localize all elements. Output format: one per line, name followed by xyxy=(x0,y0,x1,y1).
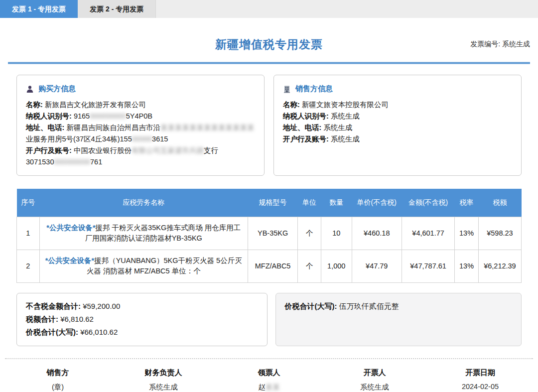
seller-section-title: 销售方信息 xyxy=(295,84,333,94)
footer-issuer-value: 系统生成 xyxy=(322,383,427,392)
buyer-info-box: 购买方信息 名称: 新旅昌吉文化旅游开发有限公司 纳税人识别号: 9165000… xyxy=(16,75,265,176)
buyer-phone-redacted: 00000 xyxy=(132,135,152,143)
buyer-bank-pre: 中国农业银行股份 xyxy=(74,146,132,154)
seller-address-label: 地址、电话: xyxy=(283,124,321,131)
seller-section-header: 销售方信息 xyxy=(283,84,512,94)
col-header-seq: 序号 xyxy=(17,189,40,217)
seller-taxid-value: 系统生成 xyxy=(331,112,360,120)
seller-taxid-field: 纳税人识别号: 系统生成 xyxy=(283,111,512,122)
total-excl-tax-line: 不含税金额合计: ¥59,200.00 xyxy=(26,300,258,313)
buyer-address-label: 地址、电话: xyxy=(26,124,64,131)
seller-address-value: 系统生成 xyxy=(323,124,352,131)
col-header-tax-rate: 税率 xyxy=(455,189,479,217)
seller-taxid-label: 纳税人识别号: xyxy=(283,112,329,120)
totals-box: 不含税金额合计: ¥59,200.00 税额合计: ¥6,810.62 价税合计… xyxy=(16,293,268,346)
buyer-taxid-post: 5Y4P0B xyxy=(126,112,152,120)
buyer-account-redacted: 000000000 xyxy=(54,158,90,166)
tab-invoice-2[interactable]: 发票 2 - 专用发票 xyxy=(78,0,156,18)
row1-qty: 10 xyxy=(321,217,352,250)
invoice-title: 新疆增值税专用发票 xyxy=(215,37,323,52)
footer-finance-value: 系统生成 xyxy=(111,383,216,392)
row1-seq: 1 xyxy=(17,217,40,250)
row2-qty: 1,000 xyxy=(321,250,352,282)
buyer-bank-post: 761 xyxy=(90,158,102,166)
col-header-item-name: 应税劳务名称 xyxy=(39,189,248,217)
row1-spec: YB-35KG xyxy=(248,217,297,250)
buyer-address-pre: 新疆昌吉间族自治州昌吉市沿 xyxy=(66,124,160,131)
buyer-taxid-redacted: 000000000 xyxy=(90,112,126,120)
footer-finance-label: 财务负责人 xyxy=(111,368,216,378)
col-header-spec: 规格型号 xyxy=(248,189,297,217)
buyer-name-field: 名称: 新旅昌吉文化旅游开发有限公司 xyxy=(26,99,255,111)
buyer-address-mid: 业服务用房5号(37区4丘34栋)155 xyxy=(26,135,132,143)
buyer-name-label: 名称: xyxy=(26,101,43,109)
buyer-address-redacted: 某某某某某某某某某某某某某 xyxy=(160,124,255,131)
amount-in-words-label: 价税合计(大写): xyxy=(285,302,337,310)
footer-receiver-redacted: 某某 xyxy=(266,383,280,391)
document-header: 新疆增值税专用发票 发票编号: 系统生成 xyxy=(8,33,530,56)
footer-issuer-col: 开票人 系统生成 xyxy=(322,368,427,392)
col-header-unit: 单位 xyxy=(298,189,321,217)
buyer-bank-field: 开户行及账号: 中国农业银行股份有限公司五家渠市兵团支行 30715300000… xyxy=(26,145,255,168)
buyer-section-title: 购买方信息 xyxy=(38,84,76,94)
footer-finance-col: 财务负责人 系统生成 xyxy=(111,368,216,392)
row1-tax: ¥598.23 xyxy=(478,217,521,250)
row2-spec: MFZ/ABC5 xyxy=(248,250,297,282)
total-tax-label: 税额合计: xyxy=(26,315,58,323)
buyer-taxid-field: 纳税人识别号: 91650000000005Y4P0B xyxy=(26,111,255,122)
seller-info-box: 销售方信息 名称: 新疆文旅资本控股有限公司 纳税人识别号: 系统生成 地址、电… xyxy=(273,75,522,176)
buyer-taxid-pre: 9165 xyxy=(74,112,90,120)
signature-footer: 销售方 (章) 财务负责人 系统生成 领票人 赵某某 开票人 系统生成 开票日期… xyxy=(5,358,533,392)
col-header-unit-price: 单价(不含税) xyxy=(352,189,402,217)
row2-seq: 2 xyxy=(17,250,40,282)
row2-item-category: *公共安全设备* xyxy=(45,257,94,264)
seller-building-icon xyxy=(283,85,291,93)
party-info-row: 购买方信息 名称: 新旅昌吉文化旅游开发有限公司 纳税人识别号: 9165000… xyxy=(16,75,522,176)
invoice-number: 发票编号: 系统生成 xyxy=(470,40,530,49)
total-excl-tax-value: ¥59,200.00 xyxy=(83,302,120,310)
row1-unit: 个 xyxy=(298,217,321,250)
row2-item-desc: 援邦（YUANBANG）5KG干粉灭火器 5公斤灭火器 消防器材 MFZ/ABC… xyxy=(87,257,242,275)
total-excl-tax-label: 不含税金额合计: xyxy=(26,302,81,310)
col-header-amount: 金额(不含税) xyxy=(402,189,454,217)
row1-item-category: *公共安全设备* xyxy=(46,224,95,232)
col-header-qty: 数量 xyxy=(321,189,352,217)
row1-item-name: *公共安全设备*援邦 干粉灭火器35KG推车式商场 用仓库用工厂用国家消防认证消… xyxy=(39,217,248,250)
buyer-address-post: 3615 xyxy=(152,135,168,143)
seller-name-value: 新疆文旅资本控股有限公司 xyxy=(302,101,389,109)
buyer-address-field: 地址、电话: 新疆昌吉间族自治州昌吉市沿某某某某某某某某某某某某某业服务用房5号… xyxy=(26,122,255,145)
seller-bank-label: 开户行及账号: xyxy=(283,135,329,143)
buyer-section-header: 购买方信息 xyxy=(26,84,255,94)
footer-receiver-col: 领票人 赵某某 xyxy=(216,368,322,392)
buyer-taxid-label: 纳税人识别号: xyxy=(26,112,72,120)
row1-item-desc: 援邦 干粉灭火器35KG推车式商场 用仓库用工厂用国家消防认证消防器材YB-35… xyxy=(85,224,241,243)
amount-in-words-value: 伍万玖仟贰佰元整 xyxy=(339,302,399,310)
buyer-bank-label: 开户行及账号: xyxy=(26,146,72,154)
seller-address-field: 地址、电话: 系统生成 xyxy=(283,122,512,133)
seller-bank-field: 开户行及账号: 系统生成 xyxy=(283,133,512,145)
buyer-name-value: 新旅昌吉文化旅游开发有限公司 xyxy=(45,101,146,109)
seller-name-field: 名称: 新疆文旅资本控股有限公司 xyxy=(283,99,512,111)
total-incl-tax-value: ¥66,010.62 xyxy=(80,328,118,336)
row1-amount: ¥4,601.77 xyxy=(402,217,454,250)
buyer-bank-redacted: 有限公司五家渠市兵团 xyxy=(132,146,204,154)
footer-issuer-label: 开票人 xyxy=(322,368,427,378)
footer-receiver-value: 赵某某 xyxy=(216,383,322,392)
footer-seller-col: 销售方 (章) xyxy=(5,368,111,392)
table-row: 2 *公共安全设备*援邦（YUANBANG）5KG干粉灭火器 5公斤灭火器 消防… xyxy=(17,250,522,282)
footer-receiver-surname: 赵 xyxy=(258,383,266,391)
total-tax-value: ¥6,810.62 xyxy=(60,315,94,323)
footer-receiver-label: 领票人 xyxy=(216,368,322,378)
table-header-row: 序号 应税劳务名称 规格型号 单位 数量 单价(不含税) 金额(不含税) 税率 … xyxy=(17,189,522,217)
footer-date-value: 2024-02-05 xyxy=(427,383,533,391)
total-incl-tax-line: 价税合计(大写): ¥66,010.62 xyxy=(26,326,258,339)
row2-unit-price: ¥47.79 xyxy=(352,250,402,282)
row2-item-name: *公共安全设备*援邦（YUANBANG）5KG干粉灭火器 5公斤灭火器 消防器材… xyxy=(39,250,248,282)
seller-name-label: 名称: xyxy=(283,101,300,109)
row1-unit-price: ¥460.18 xyxy=(352,217,402,250)
total-tax-line: 税额合计: ¥6,810.62 xyxy=(26,313,258,326)
tab-invoice-1[interactable]: 发票 1 - 专用发票 xyxy=(0,0,78,18)
footer-date-col: 开票日期 2024-02-05 xyxy=(427,368,533,392)
title-divider xyxy=(8,62,530,64)
col-header-tax: 税额 xyxy=(478,189,521,217)
